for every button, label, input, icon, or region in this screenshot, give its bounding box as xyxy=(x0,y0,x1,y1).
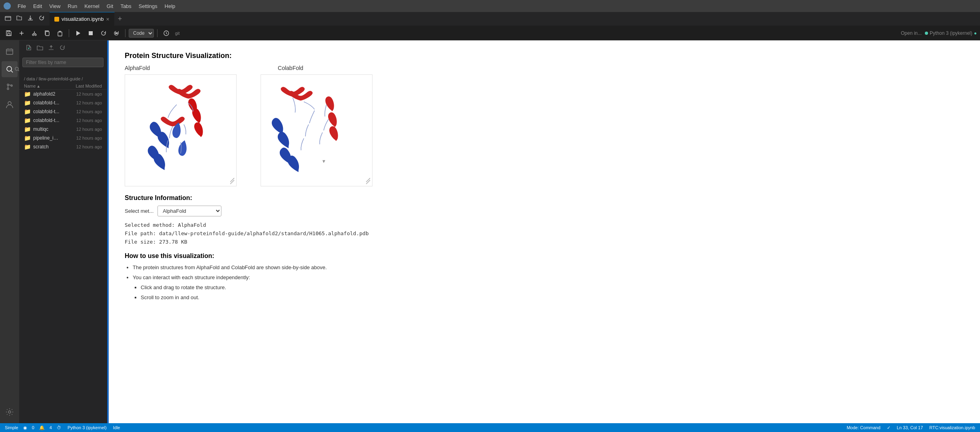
file-name: pipeline_in... xyxy=(33,135,60,141)
refresh-button[interactable] xyxy=(37,14,46,24)
file-item-pipeline[interactable]: 📁 pipeline_in... 12 hours ago xyxy=(19,134,107,142)
menu-view[interactable]: View xyxy=(46,2,64,10)
run-cell-button[interactable] xyxy=(72,29,84,38)
tab-close-button[interactable]: × xyxy=(106,16,110,22)
upload-button[interactable] xyxy=(46,44,56,53)
file-item-scratch[interactable]: 📁 scratch 12 hours ago xyxy=(19,142,107,151)
kernel-label: Python 3 (ipykernel) xyxy=(930,30,972,36)
file-list-header: Name ▲ Last Modified xyxy=(19,83,107,90)
file-item-multiqc[interactable]: 📁 multiqc 12 hours ago xyxy=(19,125,107,134)
column-name-sort[interactable]: Name ▲ xyxy=(24,84,62,88)
save-button[interactable] xyxy=(3,29,14,38)
alphafold-viewer[interactable] xyxy=(125,74,237,186)
cell-output-viz: Protein Structure Visualization: AlphaFo… xyxy=(125,48,532,307)
how-to-title: How to use this visualization: xyxy=(125,252,532,260)
git-status: git xyxy=(175,31,180,36)
menu-tabs[interactable]: Tabs xyxy=(117,2,134,10)
svg-point-6 xyxy=(35,34,36,36)
new-folder-button[interactable] xyxy=(3,14,13,24)
sub-list: Click and drag to rotate the structure. … xyxy=(133,284,532,302)
file-name: scratch xyxy=(33,144,60,150)
activity-explorer[interactable] xyxy=(2,44,18,60)
svg-rect-3 xyxy=(8,34,10,36)
file-name: colabfold-t... xyxy=(33,109,60,114)
new-folder-sidebar-button[interactable] xyxy=(35,44,45,53)
menu-file[interactable]: File xyxy=(14,2,29,10)
protein-viz xyxy=(125,74,532,186)
open-file-button[interactable] xyxy=(14,14,24,24)
kernel-dot xyxy=(925,32,928,35)
restart-run-button[interactable] xyxy=(111,29,122,38)
status-left: Simple ◉ 0 🔔 4 ⏱ xyxy=(5,425,61,430)
activity-git[interactable] xyxy=(2,79,18,95)
restart-button[interactable] xyxy=(98,29,109,38)
status-timer: ⏱ xyxy=(57,425,61,430)
folder-icon: 📁 xyxy=(24,144,31,150)
menu-kernel[interactable]: Kernel xyxy=(81,2,103,10)
file-modified: 12 hours ago xyxy=(62,118,102,123)
status-bell: 🔔 xyxy=(39,425,45,430)
download-button[interactable] xyxy=(26,14,35,24)
status-mode: Mode: Command xyxy=(847,425,880,430)
tab-add-button[interactable]: + xyxy=(115,15,125,23)
folder-icon: 📁 xyxy=(24,108,31,115)
activity-settings[interactable] xyxy=(2,404,18,420)
column-modified[interactable]: Last Modified xyxy=(62,84,102,88)
file-item-colabfold-1[interactable]: 📁 colabfold-t... 12 hours ago xyxy=(19,98,107,107)
cell-type-select[interactable]: Code xyxy=(129,29,154,38)
new-file-button[interactable] xyxy=(24,44,34,53)
info-line-1: Selected method: AlphaFold xyxy=(125,221,532,230)
sidebar-actions xyxy=(24,44,67,53)
insert-cell-button[interactable] xyxy=(16,29,27,38)
label-colabfold: ColabFold xyxy=(278,65,303,71)
file-item-alphafold2[interactable]: 📁 alphafold2 12 hours ago xyxy=(19,90,107,98)
filter-input[interactable] xyxy=(22,58,104,67)
notebook-content: Protein Structure Visualization: AlphaFo… xyxy=(109,40,548,315)
status-simple: Simple xyxy=(5,425,18,430)
svg-point-16 xyxy=(7,88,9,90)
folder-icon: 📁 xyxy=(24,91,31,97)
notebook-area[interactable]: Protein Structure Visualization: AlphaFo… xyxy=(109,40,980,423)
svg-rect-2 xyxy=(54,17,59,22)
status-check: ✓ xyxy=(887,425,890,430)
refresh-sidebar-button[interactable] xyxy=(58,44,67,53)
file-modified: 12 hours ago xyxy=(62,144,102,149)
menu-bar: File Edit View Run Kernel Git Tabs Setti… xyxy=(0,0,980,12)
menu-git[interactable]: Git xyxy=(104,2,117,10)
menu-edit[interactable]: Edit xyxy=(30,2,45,10)
menu-run[interactable]: Run xyxy=(64,2,80,10)
stop-button[interactable] xyxy=(85,29,96,38)
activity-bar xyxy=(0,40,19,423)
svg-rect-13 xyxy=(6,49,13,54)
copy-button[interactable] xyxy=(42,29,53,38)
tab-visualization[interactable]: visualization.ipynb × xyxy=(50,12,115,26)
menu-help[interactable]: Help xyxy=(161,2,179,10)
structure-info-title: Structure Information: xyxy=(125,194,532,202)
status-right: Mode: Command ✓ Ln 33, Col 17 RTC:visual… xyxy=(847,425,975,430)
label-alphafold: AlphaFold xyxy=(125,65,150,71)
file-item-colabfold-3[interactable]: 📁 colabfold-t... 12 hours ago xyxy=(19,116,107,125)
method-select[interactable]: AlphaFold ColabFold xyxy=(157,206,221,216)
svg-point-18 xyxy=(8,102,11,105)
info-line-2: File path: data/llew-proteinfold-guide/a… xyxy=(125,230,532,238)
status-position: Ln 33, Col 17 xyxy=(897,425,923,430)
svg-rect-8 xyxy=(58,32,62,36)
clock-button[interactable] xyxy=(161,29,172,38)
activity-users[interactable] xyxy=(2,96,18,112)
viz-title: Protein Structure Visualization: xyxy=(125,52,532,60)
file-modified: 12 hours ago xyxy=(62,109,102,114)
svg-point-19 xyxy=(8,411,11,413)
file-item-colabfold-2[interactable]: 📁 colabfold-t... 12 hours ago xyxy=(19,107,107,116)
cut-button[interactable] xyxy=(29,29,40,38)
activity-search[interactable] xyxy=(2,61,18,77)
file-name: multiqc xyxy=(33,126,60,132)
file-modified: 12 hours ago xyxy=(62,92,102,96)
file-modified: 12 hours ago xyxy=(62,136,102,140)
status-count-1: 0 xyxy=(32,425,34,430)
colabfold-viewer[interactable] xyxy=(261,74,372,186)
svg-rect-7 xyxy=(46,32,49,36)
menu-settings[interactable]: Settings xyxy=(135,2,161,10)
paste-button[interactable] xyxy=(54,29,66,38)
file-list: 📁 alphafold2 12 hours ago 📁 colabfold-t.… xyxy=(19,90,107,423)
open-in-label[interactable]: Open in... xyxy=(901,30,922,36)
